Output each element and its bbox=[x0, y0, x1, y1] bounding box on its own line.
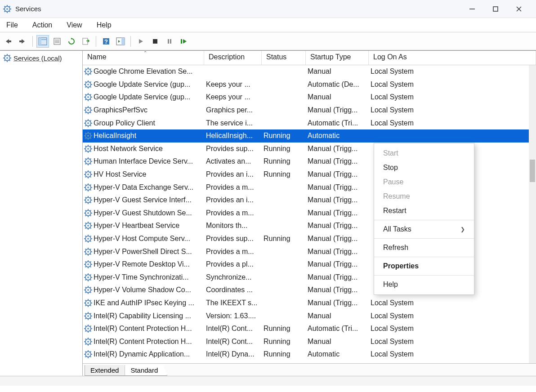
column-header-status[interactable]: Status bbox=[262, 51, 306, 65]
svg-rect-28 bbox=[153, 39, 157, 44]
ctx-all-tasks[interactable]: All Tasks❯ bbox=[374, 222, 474, 236]
cell-startup: Manual (Trigg... bbox=[306, 286, 369, 294]
cell-startup: Manual (Trigg... bbox=[306, 157, 369, 165]
service-name-label: Google Update Service (gup... bbox=[94, 80, 190, 89]
column-header-description[interactable]: Description bbox=[204, 51, 262, 65]
cell-description: Provides an i... bbox=[204, 170, 262, 178]
cell-startup: Manual (Trigg... bbox=[306, 260, 369, 268]
cell-startup: Manual (Trigg... bbox=[306, 248, 369, 256]
gear-icon bbox=[84, 67, 93, 76]
menu-view[interactable]: View bbox=[64, 19, 85, 31]
service-row[interactable]: GraphicsPerfSvc Graphics per... Manual (… bbox=[83, 104, 536, 117]
cell-description: Coordinates ... bbox=[204, 286, 262, 294]
column-header-name[interactable]: Name⌃ bbox=[83, 51, 204, 65]
help-button[interactable]: ? bbox=[100, 35, 112, 48]
vertical-scrollbar[interactable] bbox=[529, 65, 536, 363]
cell-name: Group Policy Client bbox=[83, 119, 204, 128]
gear-icon bbox=[84, 131, 93, 140]
service-row[interactable]: Intel(R) Capability Licensing ... Versio… bbox=[83, 309, 536, 322]
maximize-button[interactable] bbox=[490, 4, 501, 14]
svg-rect-29 bbox=[168, 39, 169, 44]
cell-logon: Local System bbox=[369, 106, 423, 114]
service-name-label: Hyper-V Guest Shutdown Se... bbox=[94, 209, 192, 217]
pause-service-button[interactable] bbox=[163, 35, 176, 48]
column-header-logon[interactable]: Log On As bbox=[369, 51, 536, 65]
service-name-label: Human Interface Device Serv... bbox=[94, 157, 193, 165]
cell-startup: Manual (Trigg... bbox=[306, 222, 369, 230]
cell-description: Provides a m... bbox=[204, 183, 262, 192]
ctx-stop[interactable]: Stop bbox=[374, 160, 474, 175]
cell-name: Host Network Service bbox=[83, 144, 204, 153]
service-name-label: HelicalInsight bbox=[94, 132, 136, 140]
service-row[interactable]: HelicalInsight HelicalInsigh... Running … bbox=[83, 129, 536, 143]
gear-icon bbox=[84, 234, 93, 243]
svg-rect-23 bbox=[83, 38, 88, 45]
minimize-button[interactable] bbox=[467, 4, 478, 14]
show-hide-action-pane-button[interactable] bbox=[114, 35, 127, 48]
cell-startup: Manual (Trigg... bbox=[306, 299, 369, 307]
cell-description: The service i... bbox=[204, 119, 262, 127]
tab-standard[interactable]: Standard bbox=[125, 365, 167, 376]
gear-icon bbox=[84, 324, 93, 333]
ctx-properties[interactable]: Properties bbox=[374, 259, 474, 273]
gear-icon bbox=[84, 337, 93, 346]
ctx-separator bbox=[374, 275, 474, 276]
stop-service-button[interactable] bbox=[149, 35, 161, 48]
sidebar-item-services-local[interactable]: Services (Local) bbox=[0, 53, 82, 63]
ctx-refresh[interactable]: Refresh bbox=[374, 241, 474, 255]
ctx-pause: Pause bbox=[374, 175, 474, 189]
service-row[interactable]: Google Update Service (gup... Keeps your… bbox=[83, 78, 536, 91]
menu-help[interactable]: Help bbox=[94, 19, 114, 31]
menu-action[interactable]: Action bbox=[30, 19, 55, 31]
cell-description: Provides a m... bbox=[204, 248, 262, 256]
app-icon bbox=[3, 4, 12, 13]
svg-rect-27 bbox=[121, 38, 125, 45]
cell-name: Intel(R) Content Protection H... bbox=[83, 337, 204, 346]
nav-forward-button[interactable] bbox=[16, 35, 29, 48]
cell-name: Intel(R) Content Protection H... bbox=[83, 324, 204, 333]
service-row[interactable]: Intel(R) Content Protection H... Intel(R… bbox=[83, 322, 536, 335]
service-name-label: HV Host Service bbox=[94, 170, 146, 178]
cell-name: HV Host Service bbox=[83, 170, 204, 179]
cell-description: Activates an... bbox=[204, 157, 262, 165]
cell-name: HelicalInsight bbox=[83, 131, 204, 140]
ctx-help[interactable]: Help bbox=[374, 277, 474, 292]
cell-status: Running bbox=[262, 325, 306, 333]
svg-rect-31 bbox=[181, 39, 182, 44]
gear-icon bbox=[84, 106, 93, 115]
cell-logon: Local System bbox=[369, 80, 423, 89]
ctx-restart[interactable]: Restart bbox=[374, 204, 474, 218]
sidebar: Services (Local) bbox=[0, 51, 83, 376]
service-row[interactable]: Google Chrome Elevation Se... Manual Loc… bbox=[83, 65, 536, 78]
service-row[interactable]: Intel(R) Dynamic Application... Intel(R)… bbox=[83, 348, 536, 361]
gear-icon bbox=[84, 312, 93, 321]
properties-button[interactable] bbox=[51, 35, 63, 48]
column-header-startup[interactable]: Startup Type bbox=[306, 51, 369, 65]
show-hide-tree-button[interactable] bbox=[36, 35, 49, 48]
refresh-button[interactable] bbox=[65, 35, 78, 48]
service-name-label: Hyper-V Time Synchronizati... bbox=[94, 273, 189, 281]
start-service-button[interactable] bbox=[134, 35, 147, 48]
gear-icon bbox=[3, 53, 12, 62]
service-row[interactable]: IKE and AuthIP IPsec Keying ... The IKEE… bbox=[83, 297, 536, 310]
gear-icon bbox=[84, 260, 93, 269]
nav-back-button[interactable] bbox=[2, 35, 14, 48]
tab-extended[interactable]: Extended bbox=[85, 365, 128, 376]
cell-logon: Local System bbox=[369, 312, 423, 320]
scroll-thumb[interactable] bbox=[530, 160, 535, 182]
svg-rect-14 bbox=[9, 40, 11, 42]
export-list-button[interactable] bbox=[80, 35, 92, 48]
service-row[interactable]: Intel(R) Content Protection H... Intel(R… bbox=[83, 335, 536, 348]
cell-name: Google Update Service (gup... bbox=[83, 80, 204, 89]
gear-icon bbox=[84, 170, 93, 179]
close-button[interactable] bbox=[514, 4, 524, 14]
service-row[interactable]: Google Update Service (gup... Keeps your… bbox=[83, 91, 536, 104]
cell-startup: Manual (Trigg... bbox=[306, 170, 369, 178]
cell-logon: Local System bbox=[369, 350, 423, 358]
cell-startup: Manual (Trigg... bbox=[306, 196, 369, 204]
cell-description: HelicalInsigh... bbox=[204, 132, 262, 140]
cell-name: Hyper-V Guest Service Interf... bbox=[83, 196, 204, 205]
menu-file[interactable]: File bbox=[4, 19, 21, 31]
restart-service-button[interactable] bbox=[178, 35, 190, 48]
service-row[interactable]: Group Policy Client The service i... Aut… bbox=[83, 116, 536, 129]
